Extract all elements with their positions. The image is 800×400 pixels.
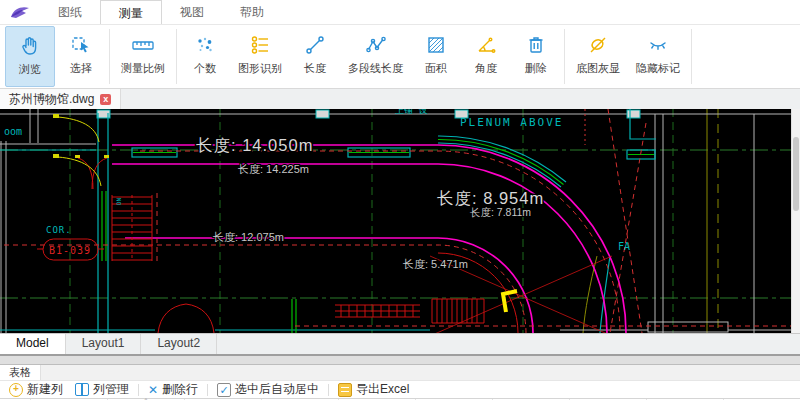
tool-count[interactable]: 个数 xyxy=(181,26,229,87)
menu-item-drawing[interactable]: 图纸 xyxy=(40,0,100,24)
delete-row-button[interactable]: ✕ 删除行 xyxy=(145,381,201,398)
tool-label: 删除 xyxy=(525,61,547,76)
annotation-plenum: PLENUM ABOVE xyxy=(460,116,563,129)
table-panel-titlebar: 表格 xyxy=(0,365,800,381)
length-icon xyxy=(303,31,327,59)
toolbar-separator xyxy=(138,384,139,396)
add-circle-icon: + xyxy=(9,383,23,397)
ruler-icon xyxy=(130,31,156,59)
auto-center-checkbox[interactable]: ✓ xyxy=(217,383,231,397)
document-tab-bar: 苏州博物馆.dwg x xyxy=(0,89,800,109)
ribbon-separator xyxy=(564,29,565,84)
cyan-walls xyxy=(0,109,656,333)
x-icon: ✕ xyxy=(148,383,158,397)
annotation-dn: DN xyxy=(115,197,122,205)
polyline-length-icon xyxy=(364,31,388,59)
tool-angle[interactable]: 角度 xyxy=(462,26,510,87)
dim-background-icon xyxy=(586,31,610,59)
tool-measure-scale[interactable]: 测量比例 xyxy=(114,26,172,87)
toolbar-separator xyxy=(207,384,208,396)
closed-eye-icon xyxy=(646,31,670,59)
cad-canvas[interactable]: oom 上铺 设 PLENUM ABOVE COR. FA DN B1-039 … xyxy=(0,109,800,333)
trash-icon xyxy=(524,31,548,59)
sheet-tab-layout1[interactable]: Layout1 xyxy=(66,334,142,354)
close-tab-icon[interactable]: x xyxy=(100,94,111,105)
export-excel-label: 导出Excel xyxy=(356,381,409,398)
menu-item-measure[interactable]: 测量 xyxy=(100,0,162,24)
grid-centerlines xyxy=(0,109,792,333)
sort-caret-icon: ^ xyxy=(144,396,148,400)
yellow-door-arcs xyxy=(58,117,101,186)
annotation-cor: COR. xyxy=(46,225,72,235)
measurement-label-3: 长度: 8.954m xyxy=(437,189,544,207)
area-icon xyxy=(424,31,448,59)
red-architecture xyxy=(37,158,612,333)
measurement-label-1: 长度: 14.050m xyxy=(196,136,313,154)
measurement-label-2: 长度: 14.225m xyxy=(237,163,309,175)
tool-select[interactable]: 选择 xyxy=(57,26,105,87)
new-column-label: 新建列 xyxy=(27,381,63,398)
menu-item-view[interactable]: 视图 xyxy=(162,0,222,24)
measurement-label-4: 长度: 7.811m xyxy=(470,206,531,218)
tool-area[interactable]: 面积 xyxy=(412,26,460,87)
ribbon-separator xyxy=(109,29,110,84)
ribbon-separator xyxy=(176,29,177,84)
tool-label: 底图灰显 xyxy=(576,61,620,76)
tool-delete[interactable]: 删除 xyxy=(512,26,560,87)
tool-label: 选择 xyxy=(70,61,92,76)
app-logo-icon[interactable] xyxy=(0,0,40,24)
tool-dim-background[interactable]: 底图灰显 xyxy=(569,26,627,87)
count-dots-icon xyxy=(193,31,217,59)
document-tab[interactable]: 苏州博物馆.dwg x xyxy=(0,89,121,109)
table-panel-title: 表格 xyxy=(0,365,41,380)
sheet-tab-model[interactable]: Model xyxy=(0,334,66,354)
column-manage-button[interactable]: 列管理 xyxy=(72,381,132,398)
hand-icon xyxy=(18,32,42,60)
columns-icon xyxy=(75,383,89,396)
panel-splitter[interactable] xyxy=(0,354,800,365)
measurement-labels: 长度: 14.050m 长度: 14.225m 长度: 8.954m 长度: 7… xyxy=(196,136,544,270)
select-cursor-icon xyxy=(69,31,93,59)
auto-center-label: 选中后自动居中 xyxy=(235,381,319,398)
annotation-partial-left: oom xyxy=(4,126,22,137)
auto-center-toggle[interactable]: ✓ 选中后自动居中 xyxy=(214,381,322,398)
tool-hide-marks[interactable]: 隐藏标记 xyxy=(629,26,687,87)
delete-row-label: 删除行 xyxy=(162,381,198,398)
tool-shape-recognition[interactable]: 图形识别 xyxy=(231,26,289,87)
tool-label: 多段线长度 xyxy=(348,61,403,76)
export-excel-button[interactable]: 导出Excel xyxy=(335,381,412,398)
vertical-scrollbar[interactable] xyxy=(791,109,800,333)
ribbon-separator xyxy=(691,29,692,84)
cad-measure-app: 图纸 测量 视图 帮助 浏览 选择 xyxy=(0,0,800,400)
tool-label: 个数 xyxy=(194,61,216,76)
snap-marker-icon xyxy=(503,291,517,312)
tool-browse[interactable]: 浏览 xyxy=(5,26,55,87)
yellow-door-leaves xyxy=(53,114,109,158)
measurement-label-6: 长度: 5.471m xyxy=(402,258,468,270)
menu-bar: 图纸 测量 视图 帮助 xyxy=(0,0,800,25)
room-tag-text: B1-039 xyxy=(49,245,91,256)
sheet-tab-layout2[interactable]: Layout2 xyxy=(141,334,217,354)
column-manage-label: 列管理 xyxy=(93,381,129,398)
tool-label: 长度 xyxy=(304,61,326,76)
tool-length[interactable]: 长度 xyxy=(291,26,339,87)
cad-drawing: oom 上铺 设 PLENUM ABOVE COR. FA DN B1-039 … xyxy=(0,109,792,333)
ribbon-toolbar: 浏览 选择 测量比例 xyxy=(0,25,800,89)
toolbar-separator xyxy=(328,384,329,396)
scrollbar-thumb[interactable] xyxy=(793,137,799,211)
tool-label: 图形识别 xyxy=(238,61,282,76)
shape-recognition-icon xyxy=(248,31,272,59)
tool-polyline-length[interactable]: 多段线长度 xyxy=(341,26,410,87)
menu-item-help[interactable]: 帮助 xyxy=(222,0,282,24)
table-panel-toolbar: + 新建列 列管理 ✕ 删除行 ✓ 选中后自动居中 导出Excel xyxy=(0,381,800,398)
measurement-label-5: 长度: 12.075m xyxy=(212,231,284,243)
tool-label: 角度 xyxy=(475,61,497,76)
new-column-button[interactable]: + 新建列 xyxy=(6,381,66,398)
tool-label: 隐藏标记 xyxy=(636,61,680,76)
tool-label: 浏览 xyxy=(19,62,41,77)
document-tab-label: 苏州博物馆.dwg xyxy=(9,91,94,108)
tool-label: 面积 xyxy=(425,61,447,76)
annotation-fa: FA xyxy=(618,241,630,252)
sheet-tab-bar: Model Layout1 Layout2 xyxy=(0,333,800,354)
red-dashed-traces xyxy=(4,109,792,333)
